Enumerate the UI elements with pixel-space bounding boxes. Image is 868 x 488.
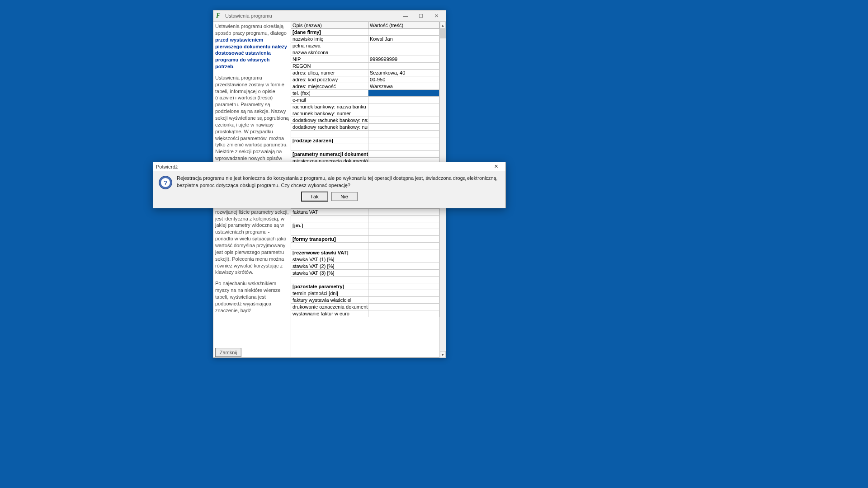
cell-value[interactable]	[368, 283, 439, 290]
app-logo-icon: F	[216, 13, 222, 19]
cell-name	[291, 131, 368, 137]
cell-value[interactable]	[368, 263, 439, 269]
cell-value[interactable]	[368, 209, 439, 215]
table-row[interactable]: REGON	[291, 63, 439, 70]
cell-value[interactable]	[368, 131, 439, 137]
table-row[interactable]: [rezerwowe stawki VAT]	[291, 249, 439, 256]
cell-name: nazwisko imię	[291, 36, 368, 42]
cell-value[interactable]	[368, 216, 439, 222]
table-row[interactable]: dodatkowy rachunek bankowy: numer	[291, 124, 439, 131]
scroll-up-arrow-icon[interactable]: ▴	[440, 22, 446, 28]
table-row[interactable]: pełna nazwa	[291, 42, 439, 49]
table-row[interactable]: drukowanie oznaczenia dokumentu	[291, 304, 439, 310]
table-row[interactable]: [pozostałe parametry]	[291, 283, 439, 290]
dialog-close-button[interactable]: ✕	[489, 164, 503, 169]
cell-value[interactable]	[368, 236, 439, 242]
table-row[interactable]: [jm.]	[291, 222, 439, 229]
table-row[interactable]: [dane firmy]	[291, 29, 439, 36]
table-row[interactable]	[291, 144, 439, 151]
table-row[interactable]: nazwisko imięKowal Jan	[291, 36, 439, 42]
cell-value[interactable]	[368, 277, 439, 283]
table-row[interactable]	[291, 229, 439, 236]
cell-value[interactable]	[368, 270, 439, 276]
cell-value[interactable]: 9999999999	[368, 56, 439, 62]
cell-name	[291, 216, 368, 222]
table-row[interactable]: adres: miejscowośćWarszawa	[291, 83, 439, 90]
table-row[interactable]: faktura VAT	[291, 209, 439, 216]
cell-value[interactable]	[368, 29, 439, 35]
table-row[interactable]	[291, 243, 439, 249]
table-row[interactable]: faktury wystawia właściciel	[291, 297, 439, 304]
cell-value[interactable]	[368, 97, 439, 103]
cell-value[interactable]	[368, 117, 439, 123]
cell-value[interactable]	[368, 310, 439, 317]
close-button[interactable]: Zamknij	[215, 348, 241, 357]
close-window-button[interactable]: ✕	[429, 11, 444, 20]
table-row[interactable]: adres: kod pocztowy00-950	[291, 76, 439, 83]
cell-value[interactable]	[368, 49, 439, 56]
table-row[interactable]	[291, 277, 439, 283]
dialog-message: Rejestracja programu nie jest konieczna …	[177, 175, 499, 189]
cell-value[interactable]	[368, 256, 439, 263]
table-row[interactable]: [rodzaje zdarzeń]	[291, 137, 439, 144]
cell-name: wystawianie faktur w euro	[291, 310, 368, 317]
cell-value[interactable]	[368, 110, 439, 117]
cell-name: [rodzaje zdarzeń]	[291, 137, 368, 144]
cell-value[interactable]	[368, 151, 439, 157]
cell-name: drukowanie oznaczenia dokumentu	[291, 304, 368, 310]
scroll-down-arrow-icon[interactable]: ▾	[440, 351, 446, 358]
grid-header-name[interactable]: Opis (nazwa)	[291, 22, 368, 28]
scroll-thumb[interactable]	[440, 28, 446, 38]
no-button[interactable]: Nie	[331, 192, 358, 201]
cell-value[interactable]	[368, 290, 439, 296]
cell-value[interactable]: Kowal Jan	[368, 36, 439, 42]
table-row[interactable]: NIP9999999999	[291, 56, 439, 63]
cell-value[interactable]	[368, 249, 439, 256]
table-row[interactable]: termin płatności [dni]	[291, 290, 439, 297]
table-row[interactable]: nazwa skrócona	[291, 49, 439, 56]
table-row[interactable]: dodatkowy rachunek bankowy: nazwa banku	[291, 117, 439, 124]
table-row[interactable]	[291, 216, 439, 222]
cell-value[interactable]	[368, 137, 439, 144]
cell-value[interactable]	[368, 42, 439, 49]
cell-name: [rezerwowe stawki VAT]	[291, 249, 368, 256]
cell-name: adres: ulica, numer	[291, 70, 368, 76]
cell-value[interactable]: Sezamkowa, 40	[368, 70, 439, 76]
cell-name: dodatkowy rachunek bankowy: nazwa banku	[291, 117, 368, 123]
maximize-button[interactable]: ☐	[413, 11, 429, 20]
cell-value[interactable]: 00-950	[368, 76, 439, 83]
table-row[interactable]: tel. (fax)	[291, 90, 439, 97]
table-row[interactable]: stawka VAT (1) [%]	[291, 256, 439, 263]
table-row[interactable]: stawka VAT (2) [%]	[291, 263, 439, 270]
cell-value[interactable]	[368, 103, 439, 110]
table-row[interactable]: [formy transportu]	[291, 236, 439, 243]
table-row[interactable]: adres: ulica, numerSezamkowa, 40	[291, 70, 439, 76]
cell-value[interactable]	[368, 229, 439, 235]
table-row[interactable]: wystawianie faktur w euro	[291, 310, 439, 317]
cell-value[interactable]	[368, 304, 439, 310]
cell-value[interactable]	[368, 124, 439, 130]
cell-name: [parametry numeracji dokumentów]	[291, 151, 368, 157]
dialog-titlebar[interactable]: Potwierdź ✕	[153, 162, 505, 171]
yes-button[interactable]: Tak	[302, 192, 328, 201]
cell-value[interactable]: Warszawa	[368, 83, 439, 89]
table-row[interactable]: e-mail	[291, 97, 439, 103]
cell-name: adres: miejscowość	[291, 83, 368, 89]
table-row[interactable]: rachunek bankowy: nazwa banku	[291, 103, 439, 110]
cell-value[interactable]	[368, 243, 439, 249]
window-title: Ustawienia programu	[225, 13, 398, 19]
cell-value[interactable]	[368, 297, 439, 303]
table-row[interactable]: rachunek bankowy: numer	[291, 110, 439, 117]
cell-value[interactable]	[368, 144, 439, 150]
table-row[interactable]: stawka VAT (3) [%]	[291, 270, 439, 277]
table-row[interactable]: [parametry numeracji dokumentów]	[291, 151, 439, 158]
minimize-button[interactable]: —	[398, 11, 413, 20]
cell-name: [pozostałe parametry]	[291, 283, 368, 290]
cell-value[interactable]	[368, 222, 439, 229]
titlebar[interactable]: F Ustawienia programu — ☐ ✕	[213, 10, 446, 22]
cell-value[interactable]	[368, 63, 439, 69]
table-row[interactable]	[291, 131, 439, 137]
cell-value[interactable]	[368, 90, 439, 96]
cell-name: REGON	[291, 63, 368, 69]
grid-header-value[interactable]: Wartość (treść)	[368, 22, 439, 28]
